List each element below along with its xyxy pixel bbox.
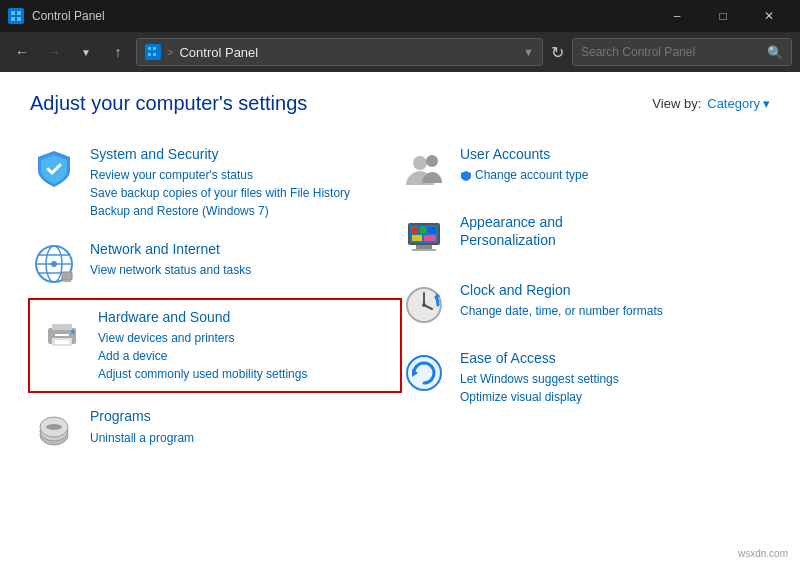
svg-rect-3 bbox=[17, 17, 21, 21]
search-input[interactable] bbox=[581, 45, 761, 59]
network-title[interactable]: Network and Internet bbox=[90, 240, 251, 258]
category-user-accounts[interactable]: User Accounts Change account type bbox=[400, 135, 770, 203]
maximize-button[interactable]: □ bbox=[700, 0, 746, 32]
network-link-1[interactable]: View network status and tasks bbox=[90, 261, 251, 279]
svg-rect-35 bbox=[412, 235, 422, 241]
svg-rect-21 bbox=[55, 334, 69, 336]
system-security-icon bbox=[30, 145, 78, 193]
svg-rect-14 bbox=[62, 272, 72, 280]
title-bar-left: Control Panel bbox=[8, 8, 105, 24]
view-by-label: View by: bbox=[652, 96, 701, 111]
category-hardware[interactable]: Hardware and Sound View devices and prin… bbox=[28, 298, 402, 393]
system-security-link-2[interactable]: Save backup copies of your files with Fi… bbox=[90, 184, 350, 202]
right-column: User Accounts Change account type bbox=[400, 135, 770, 465]
up-button[interactable]: ↑ bbox=[104, 38, 132, 66]
left-column: System and Security Review your computer… bbox=[30, 135, 400, 465]
user-accounts-title[interactable]: User Accounts bbox=[460, 145, 588, 163]
svg-point-26 bbox=[413, 156, 427, 170]
category-ease[interactable]: Ease of Access Let Windows suggest setti… bbox=[400, 339, 770, 416]
category-system-security[interactable]: System and Security Review your computer… bbox=[30, 135, 400, 230]
view-by-dropdown[interactable]: Category ▾ bbox=[707, 96, 770, 111]
refresh-button[interactable]: ↻ bbox=[547, 43, 568, 62]
svg-rect-31 bbox=[412, 249, 436, 251]
svg-rect-2 bbox=[11, 17, 15, 21]
search-icon[interactable]: 🔍 bbox=[767, 45, 783, 60]
clock-icon bbox=[400, 281, 448, 329]
address-dropdown-arrow[interactable]: ▼ bbox=[523, 46, 534, 58]
ease-content: Ease of Access Let Windows suggest setti… bbox=[460, 349, 619, 406]
svg-rect-6 bbox=[148, 53, 151, 56]
clock-link-1[interactable]: Change date, time, or number formats bbox=[460, 302, 663, 320]
user-accounts-content: User Accounts Change account type bbox=[460, 145, 588, 184]
breadcrumb-icon bbox=[145, 44, 161, 60]
hardware-link-2[interactable]: Add a device bbox=[98, 347, 307, 365]
ease-link-1[interactable]: Let Windows suggest settings bbox=[460, 370, 619, 388]
svg-rect-33 bbox=[420, 227, 426, 233]
svg-point-13 bbox=[51, 261, 57, 267]
svg-rect-1 bbox=[17, 11, 21, 15]
network-content: Network and Internet View network status… bbox=[90, 240, 251, 279]
svg-rect-32 bbox=[412, 227, 418, 233]
svg-point-25 bbox=[46, 424, 62, 430]
network-icon bbox=[30, 240, 78, 288]
ease-title[interactable]: Ease of Access bbox=[460, 349, 619, 367]
address-field[interactable]: > Control Panel ▼ bbox=[136, 38, 543, 66]
window-title: Control Panel bbox=[32, 9, 105, 23]
system-security-content: System and Security Review your computer… bbox=[90, 145, 350, 220]
breadcrumb-path: Control Panel bbox=[179, 45, 258, 60]
appearance-content: Appearance andPersonalization bbox=[460, 213, 563, 252]
ease-link-2[interactable]: Optimize visual display bbox=[460, 388, 619, 406]
svg-rect-19 bbox=[55, 340, 69, 344]
title-bar: Control Panel – □ ✕ bbox=[0, 0, 800, 32]
category-network[interactable]: Network and Internet View network status… bbox=[30, 230, 400, 298]
page-title: Adjust your computer's settings bbox=[30, 92, 307, 115]
search-box[interactable]: 🔍 bbox=[572, 38, 792, 66]
hardware-icon bbox=[38, 308, 86, 356]
user-accounts-icon bbox=[400, 145, 448, 193]
svg-rect-15 bbox=[63, 280, 71, 282]
category-programs[interactable]: Programs Uninstall a program bbox=[30, 397, 400, 465]
categories-grid: System and Security Review your computer… bbox=[30, 135, 770, 465]
view-by-control: View by: Category ▾ bbox=[652, 96, 770, 111]
breadcrumb-separator: > bbox=[167, 46, 173, 58]
app-icon bbox=[8, 8, 24, 24]
hardware-content: Hardware and Sound View devices and prin… bbox=[98, 308, 307, 383]
clock-title[interactable]: Clock and Region bbox=[460, 281, 663, 299]
minimize-button[interactable]: – bbox=[654, 0, 700, 32]
main-content: Adjust your computer's settings View by:… bbox=[0, 72, 800, 569]
ease-icon bbox=[400, 349, 448, 397]
svg-rect-34 bbox=[428, 227, 436, 233]
svg-rect-30 bbox=[416, 245, 432, 249]
clock-content: Clock and Region Change date, time, or n… bbox=[460, 281, 663, 320]
hardware-link-1[interactable]: View devices and printers bbox=[98, 329, 307, 347]
system-security-title[interactable]: System and Security bbox=[90, 145, 350, 163]
svg-rect-36 bbox=[424, 235, 436, 241]
appearance-icon bbox=[400, 213, 448, 261]
svg-point-20 bbox=[71, 330, 75, 334]
system-security-link-3[interactable]: Backup and Restore (Windows 7) bbox=[90, 202, 350, 220]
close-button[interactable]: ✕ bbox=[746, 0, 792, 32]
appearance-title[interactable]: Appearance andPersonalization bbox=[460, 213, 563, 249]
svg-rect-7 bbox=[153, 53, 156, 56]
svg-rect-5 bbox=[153, 47, 156, 50]
programs-content: Programs Uninstall a program bbox=[90, 407, 194, 446]
programs-title[interactable]: Programs bbox=[90, 407, 194, 425]
hardware-link-3[interactable]: Adjust commonly used mobility settings bbox=[98, 365, 307, 383]
svg-rect-4 bbox=[148, 47, 151, 50]
user-accounts-link-1[interactable]: Change account type bbox=[460, 166, 588, 184]
programs-icon bbox=[30, 407, 78, 455]
address-bar: ← → ▼ ↑ > Control Panel ▼ ↻ 🔍 bbox=[0, 32, 800, 72]
window-controls: – □ ✕ bbox=[654, 0, 792, 32]
svg-rect-17 bbox=[52, 324, 72, 330]
svg-rect-0 bbox=[11, 11, 15, 15]
hardware-title[interactable]: Hardware and Sound bbox=[98, 308, 307, 326]
watermark: wsxdn.com bbox=[734, 546, 792, 561]
programs-link-1[interactable]: Uninstall a program bbox=[90, 429, 194, 447]
back-button[interactable]: ← bbox=[8, 38, 36, 66]
system-security-link-1[interactable]: Review your computer's status bbox=[90, 166, 350, 184]
forward-button[interactable]: → bbox=[40, 38, 68, 66]
svg-point-27 bbox=[426, 155, 438, 167]
category-appearance[interactable]: Appearance andPersonalization bbox=[400, 203, 770, 271]
category-clock[interactable]: Clock and Region Change date, time, or n… bbox=[400, 271, 770, 339]
dropdown-button[interactable]: ▼ bbox=[72, 38, 100, 66]
